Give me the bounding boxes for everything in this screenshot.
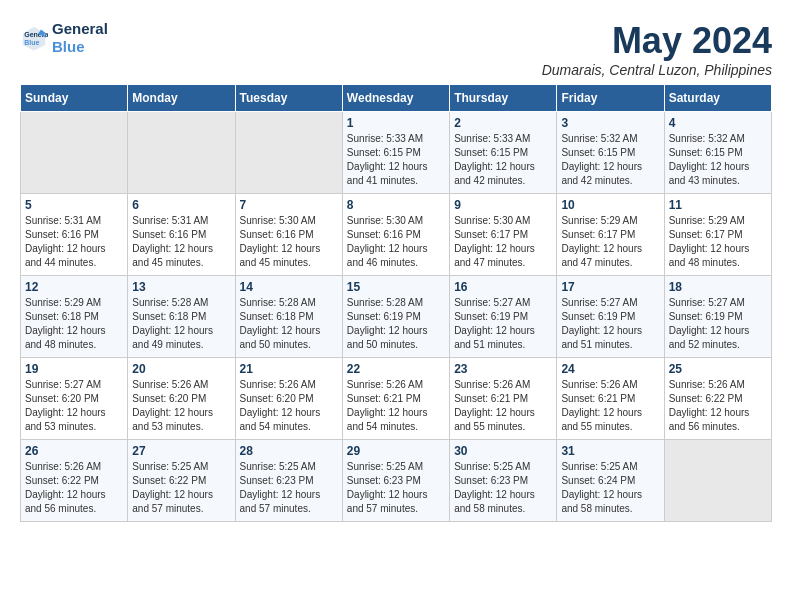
calendar-cell: 31 Sunrise: 5:25 AM Sunset: 6:24 PM Dayl… <box>557 440 664 522</box>
month-title: May 2024 <box>542 20 772 62</box>
day-number: 3 <box>561 116 659 130</box>
day-number: 27 <box>132 444 230 458</box>
calendar-cell <box>128 112 235 194</box>
calendar-cell: 1 Sunrise: 5:33 AM Sunset: 6:15 PM Dayli… <box>342 112 449 194</box>
calendar-cell: 26 Sunrise: 5:26 AM Sunset: 6:22 PM Dayl… <box>21 440 128 522</box>
logo-text-blue: Blue <box>52 38 108 56</box>
day-number: 22 <box>347 362 445 376</box>
day-info: Sunrise: 5:26 AM Sunset: 6:22 PM Dayligh… <box>669 378 767 434</box>
calendar-body: 1 Sunrise: 5:33 AM Sunset: 6:15 PM Dayli… <box>21 112 772 522</box>
day-info: Sunrise: 5:25 AM Sunset: 6:23 PM Dayligh… <box>240 460 338 516</box>
svg-text:Blue: Blue <box>24 39 39 46</box>
day-info: Sunrise: 5:26 AM Sunset: 6:20 PM Dayligh… <box>132 378 230 434</box>
day-info: Sunrise: 5:26 AM Sunset: 6:21 PM Dayligh… <box>454 378 552 434</box>
weekday-header-cell: Monday <box>128 85 235 112</box>
day-info: Sunrise: 5:27 AM Sunset: 6:19 PM Dayligh… <box>561 296 659 352</box>
calendar-week-row: 26 Sunrise: 5:26 AM Sunset: 6:22 PM Dayl… <box>21 440 772 522</box>
day-number: 10 <box>561 198 659 212</box>
calendar-cell: 19 Sunrise: 5:27 AM Sunset: 6:20 PM Dayl… <box>21 358 128 440</box>
day-number: 17 <box>561 280 659 294</box>
day-number: 7 <box>240 198 338 212</box>
day-number: 28 <box>240 444 338 458</box>
calendar-cell: 11 Sunrise: 5:29 AM Sunset: 6:17 PM Dayl… <box>664 194 771 276</box>
weekday-header-cell: Thursday <box>450 85 557 112</box>
day-info: Sunrise: 5:28 AM Sunset: 6:19 PM Dayligh… <box>347 296 445 352</box>
weekday-header-cell: Friday <box>557 85 664 112</box>
weekday-header-row: SundayMondayTuesdayWednesdayThursdayFrid… <box>21 85 772 112</box>
day-info: Sunrise: 5:33 AM Sunset: 6:15 PM Dayligh… <box>454 132 552 188</box>
location-subtitle: Dumarais, Central Luzon, Philippines <box>542 62 772 78</box>
day-number: 20 <box>132 362 230 376</box>
day-info: Sunrise: 5:25 AM Sunset: 6:23 PM Dayligh… <box>454 460 552 516</box>
calendar-week-row: 12 Sunrise: 5:29 AM Sunset: 6:18 PM Dayl… <box>21 276 772 358</box>
day-info: Sunrise: 5:29 AM Sunset: 6:17 PM Dayligh… <box>669 214 767 270</box>
day-number: 4 <box>669 116 767 130</box>
logo: General Blue General Blue <box>20 20 108 56</box>
weekday-header-cell: Sunday <box>21 85 128 112</box>
day-number: 26 <box>25 444 123 458</box>
calendar-cell: 7 Sunrise: 5:30 AM Sunset: 6:16 PM Dayli… <box>235 194 342 276</box>
day-info: Sunrise: 5:26 AM Sunset: 6:22 PM Dayligh… <box>25 460 123 516</box>
calendar-cell: 28 Sunrise: 5:25 AM Sunset: 6:23 PM Dayl… <box>235 440 342 522</box>
day-number: 9 <box>454 198 552 212</box>
calendar-cell: 18 Sunrise: 5:27 AM Sunset: 6:19 PM Dayl… <box>664 276 771 358</box>
day-number: 1 <box>347 116 445 130</box>
day-number: 11 <box>669 198 767 212</box>
calendar-cell: 29 Sunrise: 5:25 AM Sunset: 6:23 PM Dayl… <box>342 440 449 522</box>
day-number: 8 <box>347 198 445 212</box>
calendar-week-row: 19 Sunrise: 5:27 AM Sunset: 6:20 PM Dayl… <box>21 358 772 440</box>
day-number: 14 <box>240 280 338 294</box>
day-number: 16 <box>454 280 552 294</box>
weekday-header-cell: Wednesday <box>342 85 449 112</box>
day-number: 29 <box>347 444 445 458</box>
calendar-cell: 3 Sunrise: 5:32 AM Sunset: 6:15 PM Dayli… <box>557 112 664 194</box>
calendar-cell: 8 Sunrise: 5:30 AM Sunset: 6:16 PM Dayli… <box>342 194 449 276</box>
day-number: 15 <box>347 280 445 294</box>
calendar-cell: 14 Sunrise: 5:28 AM Sunset: 6:18 PM Dayl… <box>235 276 342 358</box>
day-info: Sunrise: 5:30 AM Sunset: 6:16 PM Dayligh… <box>347 214 445 270</box>
calendar-cell: 22 Sunrise: 5:26 AM Sunset: 6:21 PM Dayl… <box>342 358 449 440</box>
day-info: Sunrise: 5:27 AM Sunset: 6:19 PM Dayligh… <box>669 296 767 352</box>
day-info: Sunrise: 5:30 AM Sunset: 6:17 PM Dayligh… <box>454 214 552 270</box>
calendar-cell <box>21 112 128 194</box>
day-info: Sunrise: 5:26 AM Sunset: 6:20 PM Dayligh… <box>240 378 338 434</box>
day-info: Sunrise: 5:32 AM Sunset: 6:15 PM Dayligh… <box>669 132 767 188</box>
calendar-cell <box>235 112 342 194</box>
day-number: 5 <box>25 198 123 212</box>
day-number: 25 <box>669 362 767 376</box>
calendar-cell: 9 Sunrise: 5:30 AM Sunset: 6:17 PM Dayli… <box>450 194 557 276</box>
logo-icon: General Blue <box>20 24 48 52</box>
day-number: 24 <box>561 362 659 376</box>
calendar-cell: 27 Sunrise: 5:25 AM Sunset: 6:22 PM Dayl… <box>128 440 235 522</box>
calendar-table: SundayMondayTuesdayWednesdayThursdayFrid… <box>20 84 772 522</box>
calendar-cell: 20 Sunrise: 5:26 AM Sunset: 6:20 PM Dayl… <box>128 358 235 440</box>
day-number: 30 <box>454 444 552 458</box>
calendar-week-row: 5 Sunrise: 5:31 AM Sunset: 6:16 PM Dayli… <box>21 194 772 276</box>
title-block: May 2024 Dumarais, Central Luzon, Philip… <box>542 20 772 78</box>
day-info: Sunrise: 5:25 AM Sunset: 6:22 PM Dayligh… <box>132 460 230 516</box>
day-number: 19 <box>25 362 123 376</box>
calendar-cell: 5 Sunrise: 5:31 AM Sunset: 6:16 PM Dayli… <box>21 194 128 276</box>
weekday-header-cell: Tuesday <box>235 85 342 112</box>
page-header: General Blue General Blue May 2024 Dumar… <box>20 20 772 78</box>
day-info: Sunrise: 5:25 AM Sunset: 6:23 PM Dayligh… <box>347 460 445 516</box>
calendar-cell: 6 Sunrise: 5:31 AM Sunset: 6:16 PM Dayli… <box>128 194 235 276</box>
day-info: Sunrise: 5:27 AM Sunset: 6:19 PM Dayligh… <box>454 296 552 352</box>
day-info: Sunrise: 5:26 AM Sunset: 6:21 PM Dayligh… <box>347 378 445 434</box>
day-info: Sunrise: 5:28 AM Sunset: 6:18 PM Dayligh… <box>132 296 230 352</box>
day-number: 21 <box>240 362 338 376</box>
day-info: Sunrise: 5:26 AM Sunset: 6:21 PM Dayligh… <box>561 378 659 434</box>
calendar-cell: 21 Sunrise: 5:26 AM Sunset: 6:20 PM Dayl… <box>235 358 342 440</box>
day-info: Sunrise: 5:33 AM Sunset: 6:15 PM Dayligh… <box>347 132 445 188</box>
day-info: Sunrise: 5:30 AM Sunset: 6:16 PM Dayligh… <box>240 214 338 270</box>
calendar-cell: 10 Sunrise: 5:29 AM Sunset: 6:17 PM Dayl… <box>557 194 664 276</box>
day-info: Sunrise: 5:29 AM Sunset: 6:17 PM Dayligh… <box>561 214 659 270</box>
day-info: Sunrise: 5:32 AM Sunset: 6:15 PM Dayligh… <box>561 132 659 188</box>
calendar-cell <box>664 440 771 522</box>
calendar-cell: 15 Sunrise: 5:28 AM Sunset: 6:19 PM Dayl… <box>342 276 449 358</box>
logo-text-general: General <box>52 20 108 38</box>
calendar-week-row: 1 Sunrise: 5:33 AM Sunset: 6:15 PM Dayli… <box>21 112 772 194</box>
day-info: Sunrise: 5:31 AM Sunset: 6:16 PM Dayligh… <box>132 214 230 270</box>
day-info: Sunrise: 5:31 AM Sunset: 6:16 PM Dayligh… <box>25 214 123 270</box>
calendar-cell: 25 Sunrise: 5:26 AM Sunset: 6:22 PM Dayl… <box>664 358 771 440</box>
